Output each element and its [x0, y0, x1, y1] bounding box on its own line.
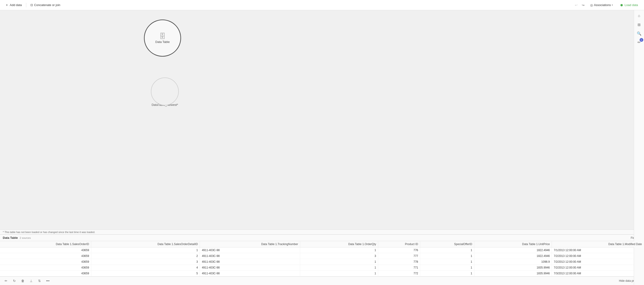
data-table-wrapper: Data Table 1.SalesOrderIDData Table 1.Sa…	[0, 241, 644, 276]
panel-header: Data Table 2 sources Fields: 8	[0, 235, 644, 241]
table-cell: 1835.9946	[474, 265, 552, 270]
table-cell: 4911-403C-98	[200, 248, 300, 253]
table-cell: 4911-403C-98	[200, 265, 300, 270]
node1-name: Data Table	[155, 40, 170, 44]
separator	[26, 3, 26, 8]
add-data-button[interactable]: ＋ Add data	[3, 2, 24, 8]
table-cell: 43659	[0, 248, 91, 253]
right-sidebar: ⌂ ⊞ 🔍 ✏ 1	[634, 10, 644, 234]
edit-button[interactable]: ✏	[3, 278, 9, 284]
table-cell: 772	[378, 270, 420, 276]
table-cell: 43659	[0, 259, 91, 265]
table-cell: 1098.9	[474, 259, 552, 265]
sort-button[interactable]: ⇅	[36, 278, 43, 284]
load-data-icon: ⏺	[620, 3, 623, 7]
concat-join-label: Concatenate or join	[34, 3, 60, 7]
table-cell: 43659	[0, 265, 91, 270]
panel-title: Data Table	[3, 236, 18, 240]
concat-join-button[interactable]: ⊡ Concatenate or join	[28, 2, 63, 8]
table-cell: 1	[420, 248, 474, 253]
canvas-area: 🗄 Data Table DataTable_Newest* * This ta…	[0, 10, 634, 234]
table-cell: 1	[91, 248, 200, 253]
search-icon[interactable]: 🔍	[636, 30, 643, 37]
associations-button[interactable]: ◎ Associations ▾	[588, 2, 615, 8]
table-cell: 43659	[0, 270, 91, 276]
table-header: Data Table 1.Modified Date	[552, 241, 644, 248]
table-row: 4365944911-403C-98177111835.99467/2/2013…	[0, 265, 644, 270]
data-table-circle[interactable]: 🗄 Data Table	[144, 20, 181, 57]
redo-button[interactable]: ↪	[580, 2, 586, 8]
add-data-label: Add data	[10, 3, 22, 7]
refresh-button[interactable]: ↻	[11, 278, 18, 284]
undo-button[interactable]: ↩	[573, 2, 580, 8]
more-button[interactable]: •••	[44, 278, 51, 284]
datatable-newest-node[interactable]: DataTable_Newest*	[151, 78, 179, 106]
table-body: 4365914911-403C-98177611822.49467/1/2013…	[0, 248, 644, 276]
table-cell: 1822.4946	[474, 253, 552, 259]
undo-redo-group: ↩ ↪	[573, 2, 586, 8]
associations-label: Associations	[594, 3, 611, 7]
bottom-toolbar-left: ✏ ↻ 🗑 ⊥ ⇅ •••	[3, 278, 51, 284]
status-message: * This table has not been loaded or has …	[3, 231, 95, 234]
datatable-newest-circle[interactable]	[151, 78, 179, 105]
table-header: Data Table 1.SalesOrderID	[0, 241, 91, 248]
table-cell: 5	[91, 270, 200, 276]
table-row: 4365924911-403C-98377711822.49467/2/2013…	[0, 253, 644, 259]
table-cell: 3	[300, 253, 378, 259]
toolbar-right: ↩ ↪ ◎ Associations ▾ ⏺ Load data	[573, 2, 641, 8]
table-cell: 771	[378, 265, 420, 270]
plus-icon: ＋	[5, 3, 8, 7]
table-cell: 776	[378, 248, 420, 253]
table-header: Data Table 1.TrackingNumber	[200, 241, 300, 248]
load-data-button[interactable]: ⏺ Load data	[616, 2, 641, 8]
grid-icon[interactable]: ⊞	[636, 21, 643, 28]
table-cell: 4911-403C-98	[200, 270, 300, 276]
table-row: 4365934911-403C-98177811098.97/2/2013 12…	[0, 259, 644, 265]
badge-count: 1	[640, 38, 643, 42]
table-cell: 1	[420, 259, 474, 265]
bottom-toolbar: ✏ ↻ 🗑 ⊥ ⇅ ••• Hide data preview	[0, 276, 644, 285]
table-cell: 7/2/2013 12:00:00 AM	[552, 253, 644, 259]
panel-sources: 2 sources	[20, 236, 31, 239]
table-cell: 1	[300, 270, 378, 276]
home-icon[interactable]: ⌂	[636, 12, 643, 20]
table-cell: 1	[300, 265, 378, 270]
toolbar-left: ＋ Add data ⊡ Concatenate or join	[3, 2, 63, 8]
bottom-panel: Data Table 2 sources Fields: 8 Data Tabl…	[0, 234, 644, 285]
table-cell: 3	[91, 259, 200, 265]
chevron-down-icon: ▾	[612, 4, 613, 6]
main-toolbar: ＋ Add data ⊡ Concatenate or join ↩ ↪ ◎ A…	[0, 0, 644, 10]
table-row: 4365914911-403C-98177611822.49467/1/2013…	[0, 248, 644, 253]
table-header: Data Table 1.OrderQty	[300, 241, 378, 248]
table-cell: 1	[420, 270, 474, 276]
table-cell: 2	[91, 253, 200, 259]
table-cell: 7/1/2013 12:00:00 AM	[552, 248, 644, 253]
table-header: Data Table 1.SalesOrderDetailID	[91, 241, 200, 248]
table-cell: 1822.4946	[474, 248, 552, 253]
table-cell: 4911-403C-98	[200, 259, 300, 265]
panel-title-group: Data Table 2 sources	[3, 236, 31, 240]
data-table-node[interactable]: 🗄 Data Table	[144, 20, 181, 57]
table-cell: 1	[300, 248, 378, 253]
table-header: Product ID	[378, 241, 420, 248]
table-head: Data Table 1.SalesOrderIDData Table 1.Sa…	[0, 241, 644, 248]
table-cell: 1835.9946	[474, 270, 552, 276]
edit-icon[interactable]: ✏ 1	[636, 38, 643, 46]
table-cell: 7/2/2013 12:00:00 AM	[552, 265, 644, 270]
table-cell: 43659	[0, 253, 91, 259]
table-header: Data Table 1.UnitPrice	[474, 241, 552, 248]
load-data-label: Load data	[624, 3, 638, 7]
table-cell: 1	[420, 265, 474, 270]
status-bar: * This table has not been loaded or has …	[0, 230, 634, 234]
table-row: 4365954911-403C-98177211835.99467/3/2013…	[0, 270, 644, 276]
table-cell: 778	[378, 259, 420, 265]
table-icon: 🗄	[159, 32, 166, 40]
concat-icon: ⊡	[30, 3, 33, 7]
associations-eye-icon: ◎	[590, 3, 593, 7]
table-cell: 1	[300, 259, 378, 265]
table-cell: 7/3/2013 12:00:00 AM	[552, 270, 644, 276]
table-cell: 4	[91, 265, 200, 270]
delete-button[interactable]: 🗑	[20, 278, 26, 284]
filter-button[interactable]: ⊥	[28, 278, 34, 284]
table-cell: 4911-403C-98	[200, 253, 300, 259]
